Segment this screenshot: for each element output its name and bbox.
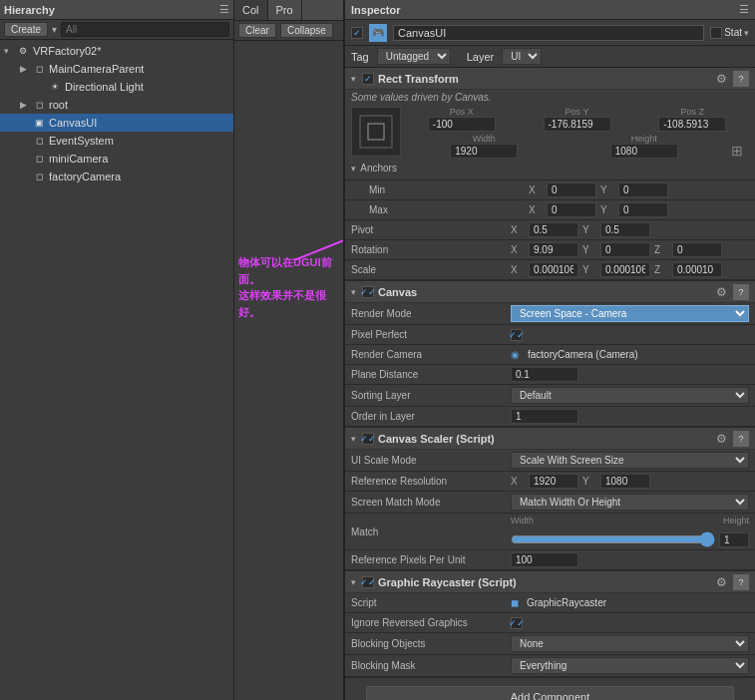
middle-panel: Col Pro Clear Collapse 物体可以在UGUI前面。 这样效果… [234,0,344,700]
search-input[interactable] [61,22,229,37]
height-input[interactable] [610,144,678,159]
canvas-scaler-collapse-btn[interactable]: ? [733,431,749,447]
raycaster-gear[interactable]: ⚙ [713,574,729,590]
ref-res-x[interactable] [529,474,578,489]
ui-scale-select[interactable]: Scale With Screen Size [511,452,749,469]
ignore-reversed-checkbox[interactable]: ✓ [511,617,523,629]
pos-y-col: Pos Y [521,107,634,132]
order-layer-input[interactable] [511,409,578,424]
anchor-min-x[interactable] [547,182,596,197]
annotation-text-block: 物体可以在UGUI前面。 这样效果并不是很好。 [234,250,343,324]
sorting-layer-select[interactable]: Default [511,387,749,404]
rect-transform-gear[interactable]: ⚙ [713,71,729,87]
anchor-max-x[interactable] [547,202,596,217]
anchor-min-row: Min X Y [345,180,755,200]
tree-item-eventsystem[interactable]: ▶ ◻ EventSystem [0,132,233,150]
tag-select[interactable]: Untagged [377,48,451,65]
anchors-row: ▾ Anchors [345,161,755,180]
middle-toolbar: Clear Collapse [234,21,343,41]
inspector-menu-icon[interactable]: ☰ [739,3,749,16]
expand-icon[interactable]: ⊞ [731,143,743,159]
hierarchy-menu-icon[interactable]: ☰ [219,3,229,16]
blocking-mask-value: Everything [511,657,749,674]
add-component-button[interactable]: Add Component [366,686,735,700]
ref-res-label: Reference Resolution [351,476,511,487]
gameobj-icon: 🎮 [369,24,387,42]
rot-x[interactable] [529,242,578,257]
canvas-scaler-header[interactable]: ▾ ✓ Canvas Scaler (Script) ⚙ ? [345,428,755,450]
anchor-max-y[interactable] [618,202,668,217]
canvas-scaler-gear[interactable]: ⚙ [713,431,729,447]
ref-pixels-input[interactable] [511,552,578,567]
pos-row: Pos X Pos Y Pos Z [405,107,749,132]
pixel-perfect-checkbox[interactable]: ✓ [511,329,523,341]
scale-z[interactable] [672,262,722,277]
gameobj-icon-root: ◻ [32,98,46,112]
tree-item-maincameraparent[interactable]: ▶ ◻ MainCameraParent [0,60,233,78]
raycaster-checkbox[interactable]: ✓ [362,576,374,588]
scale-y[interactable] [600,262,650,277]
match-slider[interactable] [511,531,715,547]
blocking-obj-select[interactable]: None [511,635,749,652]
rot-z[interactable] [672,242,722,257]
canvas-collapse-btn[interactable]: ? [733,284,749,300]
raycaster-name: Graphic Raycaster (Script) [378,576,709,588]
camera-icon-factory: ◻ [32,170,46,183]
render-mode-select[interactable]: Screen Space - Camera Screen Space - Ove… [511,305,749,322]
tree-item-factorycamera[interactable]: ▶ ◻ factoryCamera [0,168,233,185]
pos-x-input[interactable] [428,117,496,132]
tree-item-vrfactory[interactable]: ▾ ⚙ VRFactory02* [0,42,233,60]
hierarchy-toolbar: Create ▾ [0,20,233,40]
static-checkbox[interactable] [710,27,722,39]
script-row: Script ◼ GraphicRaycaster [345,593,755,613]
obj-active-checkbox[interactable]: ✓ [351,27,363,39]
sorting-layer-value: Default [511,387,749,404]
tree-item-canvasui[interactable]: ▶ ▣ CanvasUI [0,114,233,132]
canvas-scaler-checkbox[interactable]: ✓ [362,433,374,445]
canvas-header[interactable]: ▾ ✓ Canvas ⚙ ? [345,281,755,303]
static-arrow-icon: ▾ [744,28,749,38]
raycaster-collapse-btn[interactable]: ? [733,574,749,590]
canvas-checkbox[interactable]: ✓ [362,286,374,298]
obj-name-input[interactable] [393,25,704,41]
match-mode-select[interactable]: Match Width Or Height [511,494,749,511]
blocking-mask-select[interactable]: Everything [511,657,749,674]
plane-dist-input[interactable] [511,367,578,382]
order-layer-label: Order in Layer [351,411,511,422]
tab-console[interactable]: Col [234,0,268,20]
pivot-y[interactable] [600,222,650,237]
scale-x[interactable] [529,262,578,277]
layer-select[interactable]: UI [502,48,542,65]
tab-project[interactable]: Pro [268,0,302,20]
rot-y[interactable] [600,242,650,257]
pos-y-input[interactable] [544,117,611,132]
tree-item-root[interactable]: ▶ ◻ root [0,96,233,114]
height-label: Height [631,134,657,144]
match-value-input[interactable] [719,532,749,547]
graphic-raycaster-header[interactable]: ▾ ✓ Graphic Raycaster (Script) ⚙ ? [345,571,755,593]
ref-pixels-value [511,552,749,567]
create-button[interactable]: Create [4,22,48,37]
canvas-gear[interactable]: ⚙ [713,284,729,300]
tree-item-directionallight[interactable]: ▶ ☀ Directional Light [0,78,233,96]
collapse-button[interactable]: Collapse [280,23,333,38]
pivot-x[interactable] [529,222,578,237]
canvas-scaler-name: Canvas Scaler (Script) [378,433,709,445]
hierarchy-header: Hierarchy ☰ [0,0,233,20]
anchor-min-y[interactable] [618,182,668,197]
rect-foldout-icon: ▾ [351,74,356,84]
rect-transform-hint: Some values driven by Canvas. [345,90,755,105]
expand-icon-wrap: ⊞ [725,134,749,159]
pos-z-input[interactable] [658,117,726,132]
rect-transform-collapse-btn[interactable]: ? [733,71,749,87]
rect-fields: Pos X Pos Y Pos Z [405,107,749,159]
width-input[interactable] [450,144,518,159]
blocking-obj-label: Blocking Objects [351,638,511,649]
inspector-title: Inspector [351,4,401,16]
create-arrow-icon: ▾ [52,24,57,35]
tree-item-minicamera[interactable]: ▶ ◻ miniCamera [0,150,233,168]
gameobj-icon-maincameraparent: ◻ [32,62,46,76]
clear-button[interactable]: Clear [238,23,276,38]
ref-res-y[interactable] [600,474,650,489]
rect-transform-header[interactable]: ▾ Rect Transform ⚙ ? [345,68,755,90]
